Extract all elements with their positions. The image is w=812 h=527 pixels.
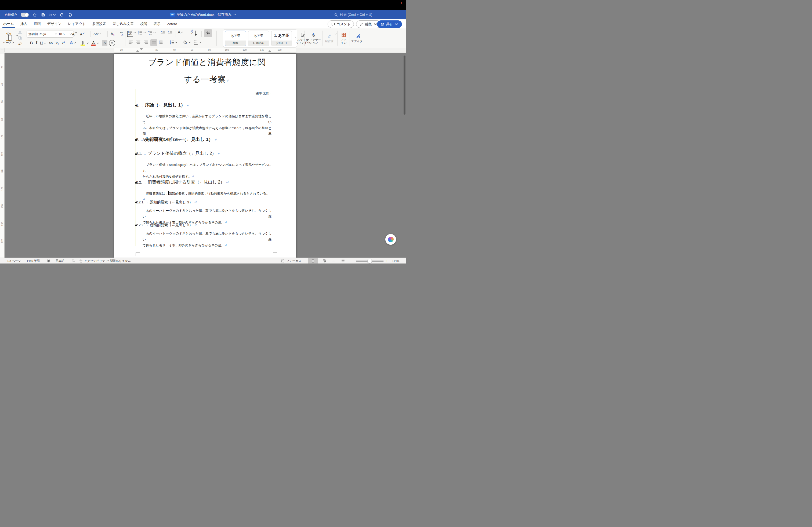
- tab-home[interactable]: ホーム: [3, 19, 14, 28]
- text-effects-button[interactable]: A: [70, 40, 76, 46]
- tab-references[interactable]: 参照設定: [92, 19, 106, 28]
- clear-formatting-button[interactable]: A ◇: [111, 31, 115, 37]
- view-print-layout-button[interactable]: [308, 258, 318, 264]
- heading-3-2[interactable]: 2.2.2.→感情的要素（←見出し 3）↵: [136, 223, 197, 228]
- highlight-dropdown-chevron[interactable]: [86, 42, 89, 44]
- font-color-button[interactable]: A: [91, 39, 96, 47]
- autosave-toggle[interactable]: [21, 13, 29, 17]
- grow-font-button[interactable]: A: [72, 31, 77, 37]
- spellcheck-status-icon[interactable]: [46, 258, 50, 264]
- style-no-spacing[interactable]: あア亜 行間詰め: [248, 31, 269, 46]
- style-normal[interactable]: あア亜 標準: [225, 31, 246, 46]
- home-button[interactable]: [32, 12, 37, 17]
- decrease-indent-button[interactable]: [160, 30, 165, 35]
- page-count[interactable]: 1/3 ページ: [7, 258, 21, 264]
- superscript-button[interactable]: x2: [61, 40, 66, 46]
- heading-3-1[interactable]: 2.2.1.→認知的要素（←見出し 3）↵: [136, 200, 197, 205]
- tab-layout[interactable]: レイアウト: [68, 19, 86, 28]
- sort-button[interactable]: A Z: [191, 30, 193, 34]
- comments-button[interactable]: コメント: [328, 20, 354, 28]
- format-painter-button[interactable]: [18, 41, 22, 46]
- document-page[interactable]: ブランド価値と消費者態度に関 する一考察↵ 國學·太郎↵ 1.→序論（←見出し …: [114, 54, 296, 258]
- tab-review[interactable]: 校閲: [140, 19, 147, 28]
- more-commands-button[interactable]: ⋯: [76, 12, 81, 17]
- character-shading-button[interactable]: A: [102, 40, 107, 46]
- tab-mailings[interactable]: 差し込み文書: [113, 19, 134, 28]
- view-outline-button[interactable]: [330, 258, 338, 264]
- increase-indent-button[interactable]: [168, 30, 173, 35]
- redo-button[interactable]: [59, 12, 64, 17]
- zoom-slider-thumb[interactable]: [367, 259, 372, 263]
- word-count[interactable]: 1489 単語: [27, 258, 40, 264]
- underline-button[interactable]: U: [39, 40, 44, 46]
- align-right-button[interactable]: [143, 40, 148, 45]
- zoom-percentage[interactable]: 114%: [392, 258, 399, 264]
- tab-zotero[interactable]: Zotero: [167, 19, 177, 28]
- asian-layout-button[interactable]: A ↔: [178, 30, 183, 34]
- line-spacing-button[interactable]: [169, 40, 177, 45]
- dictation-button[interactable]: ディクテーション: [306, 30, 322, 47]
- addins-button[interactable]: アドイン: [338, 30, 349, 47]
- change-case-button[interactable]: Aa: [93, 31, 101, 37]
- subscript-button[interactable]: x2: [55, 40, 60, 46]
- heading-2-1[interactable]: 2.1.→ブランド価値の概念（←見出し 2）↵: [136, 151, 221, 156]
- doc-title-line1[interactable]: ブランド価値と消費者態度に関: [143, 57, 272, 68]
- underline-dropdown-chevron[interactable]: [44, 42, 46, 44]
- save-button[interactable]: [41, 12, 45, 17]
- copy-button[interactable]: [18, 36, 22, 40]
- heading-1-1[interactable]: 1.→序論（←見出し 1）↵: [136, 102, 190, 108]
- font-size-select[interactable]: 10.5: [57, 31, 74, 37]
- heading-2-2[interactable]: 2.2.→消費者態度に関する研究（←見出し 2）↵: [136, 180, 229, 185]
- borders-button[interactable]: [193, 40, 202, 45]
- tab-view[interactable]: 表示: [154, 19, 161, 28]
- search-box[interactable]: 検索 (Cmd + Ctrl + U): [334, 10, 372, 19]
- focus-icon[interactable]: [281, 258, 285, 264]
- italic-button[interactable]: I: [34, 40, 39, 46]
- shading-button[interactable]: [183, 40, 191, 45]
- multilevel-list-button[interactable]: [147, 30, 156, 35]
- paragraph[interactable]: あのイーハトーヴォのすきとおった風、夏でも底に冷たさをもつ青いそら、うつくしい森…: [143, 231, 272, 248]
- numbered-list-button[interactable]: [137, 30, 146, 35]
- undo-button[interactable]: [49, 12, 56, 17]
- view-draft-button[interactable]: [339, 258, 347, 264]
- bold-button[interactable]: B: [29, 40, 34, 46]
- doc-title-line2[interactable]: する一考察↵: [143, 74, 272, 85]
- align-left-button[interactable]: [128, 40, 133, 45]
- heading-1-2[interactable]: 2.→先行研究レビュー（←見出し 1）↵: [136, 136, 218, 142]
- focus-label[interactable]: フォーカス: [286, 258, 301, 264]
- font-name-select[interactable]: 游明朝 Regu...: [27, 31, 59, 37]
- show-formatting-marks-button[interactable]: [204, 29, 212, 37]
- vertical-scrollbar-thumb[interactable]: [404, 56, 405, 115]
- shrink-font-button[interactable]: A: [80, 31, 85, 37]
- accessibility-status[interactable]: アクセシビリティ: 問題ありません: [84, 258, 131, 264]
- justify-button[interactable]: [150, 39, 157, 46]
- font-color-dropdown-chevron[interactable]: [97, 42, 99, 44]
- sensitivity-button[interactable]: 秘密度: [323, 30, 335, 47]
- paste-button[interactable]: ペースト: [2, 30, 16, 47]
- editor-button[interactable]: エディター: [351, 30, 366, 47]
- align-center-button[interactable]: [135, 40, 141, 45]
- tab-insert[interactable]: 挿入: [20, 19, 27, 28]
- strikethrough-button[interactable]: ab: [48, 40, 54, 46]
- document-title-area[interactable]: W 卒論のためのWord.docx - 保存済み: [170, 10, 236, 19]
- highlight-color-button[interactable]: [81, 39, 85, 47]
- accessibility-icon[interactable]: [79, 258, 83, 264]
- copilot-button[interactable]: [385, 234, 396, 245]
- cut-button[interactable]: [18, 30, 22, 35]
- doc-author-line[interactable]: 國學·太郎↵: [143, 91, 272, 96]
- tab-design[interactable]: デザイン: [47, 19, 61, 28]
- bullet-list-button[interactable]: [128, 30, 136, 35]
- share-button[interactable]: 共有: [377, 20, 402, 28]
- zoom-in-button[interactable]: +: [386, 258, 388, 264]
- view-web-layout-button[interactable]: [320, 258, 328, 264]
- style-heading1[interactable]: 1. あア亜 見出し 1: [271, 31, 292, 46]
- tab-stop-selector[interactable]: [0, 48, 4, 52]
- tab-draw[interactable]: 描画: [34, 19, 41, 28]
- enclose-character-button[interactable]: 字: [109, 40, 115, 46]
- text-direction-icon[interactable]: [71, 258, 75, 264]
- print-button[interactable]: [68, 12, 73, 17]
- paragraph[interactable]: ブランド価値（Brand Equity）とは，ブランド名やシンボルによって製品や…: [143, 162, 272, 180]
- zoom-out-button[interactable]: −: [350, 258, 352, 264]
- phonetic-guide-button[interactable]: abc A: [120, 30, 123, 37]
- language-status[interactable]: 日本語: [56, 258, 64, 264]
